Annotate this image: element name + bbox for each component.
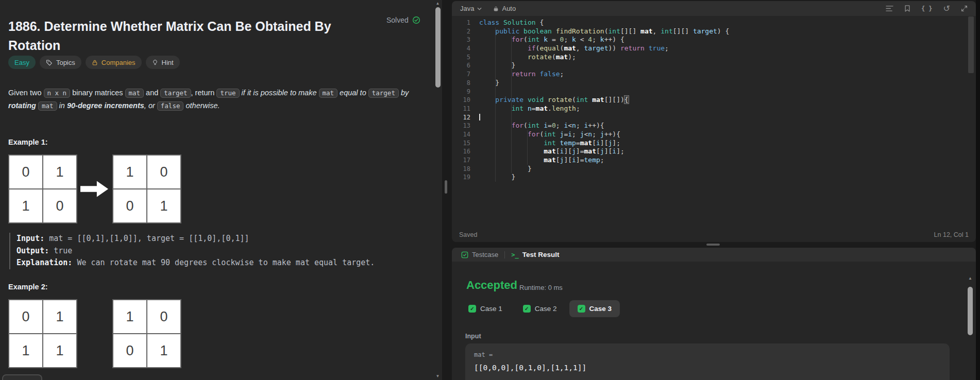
code-line[interactable]: 15 int temp=mat[i][j]; <box>452 139 976 148</box>
panel-resize-handle[interactable] <box>445 180 447 194</box>
bookmark-icon[interactable] <box>904 5 910 12</box>
undo-icon[interactable]: ↺ <box>943 5 950 12</box>
text-span: 90-degree increments <box>67 101 144 110</box>
code-text: public boolean findRotation(int[][] mat,… <box>479 27 729 36</box>
tab-divider <box>504 251 505 258</box>
matrix-image: 0111 <box>8 299 77 368</box>
line-number: 9 <box>452 88 470 96</box>
matrix-cell: 1 <box>43 300 77 334</box>
line-number: 16 <box>452 147 470 156</box>
difficulty-badge[interactable]: Easy <box>8 56 36 69</box>
line-number: 3 <box>452 36 470 44</box>
text-span: if it is possible to make <box>240 89 319 97</box>
line-number: 15 <box>452 139 470 148</box>
inline-code: false <box>157 101 184 111</box>
companies-button[interactable]: Companies <box>86 56 142 69</box>
code-line[interactable]: 16 mat[i][j]=mat[j][i]; <box>452 147 976 156</box>
save-status: Saved <box>459 231 477 238</box>
tab-test-result[interactable]: >_ Test Result <box>511 251 559 258</box>
line-number: 4 <box>452 44 470 53</box>
code-line[interactable]: 13 for(int i=0; i<n; i++){ <box>452 122 976 130</box>
code-line[interactable]: 1class Solution { <box>452 19 976 27</box>
code-line[interactable]: 14 for(int j=i; j<n; j++){ <box>452 130 976 139</box>
scroll-up-arrow[interactable]: ▲ <box>967 276 973 281</box>
lightbulb-icon <box>152 59 158 66</box>
line-number: 5 <box>452 53 470 62</box>
inline-code: mat <box>38 101 57 111</box>
checkbox-icon <box>461 251 468 258</box>
case-check-icon: ✓ <box>578 305 585 313</box>
code-line[interactable]: 19 } <box>452 173 976 182</box>
text-span: , or <box>144 101 157 110</box>
left-panel-scrollbar[interactable] <box>435 7 441 88</box>
code-line[interactable]: 17 mat[j][i]=temp; <box>452 156 976 165</box>
inline-code: n x n <box>44 89 71 98</box>
code-line[interactable]: 9 <box>452 88 976 96</box>
line-number: 1 <box>452 19 470 27</box>
code-editor[interactable]: 1class Solution {2 public boolean findRo… <box>452 16 976 228</box>
code-line[interactable]: 18 } <box>452 165 976 174</box>
editor-scrollbar[interactable] <box>968 16 974 73</box>
code-line[interactable]: 7 return false; <box>452 70 976 79</box>
code-text: rotate(mat); <box>479 53 576 62</box>
example-2-block: Example 2:01111001 <box>8 283 181 368</box>
horizontal-scrollbar-thumb[interactable] <box>2 374 42 380</box>
expand-icon[interactable] <box>961 5 968 12</box>
format-code-icon[interactable] <box>886 5 893 12</box>
testcase-input-box[interactable]: mat = [[0,0,0],[0,1,0],[1,1,1]] <box>465 343 950 380</box>
lock-icon <box>92 59 98 66</box>
line-number: 2 <box>452 27 470 36</box>
scroll-up-arrow[interactable]: ▲ <box>434 1 441 6</box>
matrix-cell: 0 <box>147 155 181 189</box>
code-line[interactable]: 3 for(int k = 0; k < 4; k++) { <box>452 36 976 44</box>
braces-icon[interactable]: { } <box>921 5 933 12</box>
code-line[interactable]: 11 int n=mat.length; <box>452 105 976 113</box>
case-tab[interactable]: ✓Case 2 <box>515 300 565 317</box>
code-line[interactable]: 4 if(equal(mat, target)) return true; <box>452 44 976 53</box>
language-selector[interactable]: Java <box>460 5 482 12</box>
scroll-down-arrow[interactable]: ▼ <box>434 374 441 379</box>
code-text: for(int i=0; i<n; i++){ <box>479 122 604 130</box>
tab-testcase[interactable]: Testcase <box>461 251 498 258</box>
hint-button[interactable]: Hint <box>146 56 180 69</box>
line-number: 17 <box>452 156 470 165</box>
example-label: Example 2: <box>8 283 181 291</box>
code-line[interactable]: 12 <box>452 113 976 122</box>
inline-code: target <box>368 89 399 98</box>
code-text: private void rotate(int mat[][]){ <box>479 96 629 105</box>
topics-button[interactable]: Topics <box>40 56 81 69</box>
matrix-cell: 0 <box>9 155 43 189</box>
solved-badge: Solved <box>386 16 420 24</box>
example-io: Input: mat = [[0,1],[1,0]], target = [[1… <box>9 233 375 269</box>
code-text: mat[j][i]=temp; <box>479 156 604 165</box>
code-text: } <box>479 165 532 174</box>
code-line[interactable]: 10 private void rotate(int mat[][]){ <box>452 96 976 105</box>
matrix-cell: 0 <box>147 300 181 334</box>
tag-icon <box>46 59 53 66</box>
editor-toolbar: Java Auto { } ↺ <box>452 1 976 16</box>
cursor-position: Ln 12, Col 1 <box>934 231 969 238</box>
code-line[interactable]: 2 public boolean findRotation(int[][] ma… <box>452 27 976 36</box>
case-tabs: ✓Case 1✓Case 2✓Case 3 <box>460 300 620 317</box>
case-tab[interactable]: ✓Case 3 <box>569 300 620 317</box>
case-tab[interactable]: ✓Case 1 <box>460 300 511 317</box>
page-title: 1886. Determine Whether Matrix Can Be Ob… <box>8 17 371 55</box>
code-line[interactable]: 5 rotate(mat); <box>452 53 976 62</box>
text-span: equal to <box>337 89 368 97</box>
vertical-resize-handle[interactable] <box>706 244 720 246</box>
case-check-icon: ✓ <box>468 305 476 313</box>
line-number: 8 <box>452 79 470 88</box>
code-editor-panel: Java Auto { } ↺ <box>452 1 976 242</box>
indent-guide <box>511 36 512 173</box>
test-panel-scrollbar[interactable] <box>968 287 973 335</box>
example-figure: 01111001 <box>8 299 181 368</box>
code-line[interactable]: 8 } <box>452 79 976 88</box>
example-label: Example 1: <box>8 138 375 146</box>
text-span: rotating <box>8 101 36 110</box>
inline-code: true <box>216 89 239 98</box>
code-line[interactable]: 6 } <box>452 61 976 70</box>
code-text: int temp=mat[i][j]; <box>479 139 620 148</box>
case-label: Case 3 <box>589 305 612 313</box>
io-line: Input: mat = [[0,1],[1,0]], target = [[1… <box>16 233 375 245</box>
matrix-cell: 1 <box>43 334 77 368</box>
